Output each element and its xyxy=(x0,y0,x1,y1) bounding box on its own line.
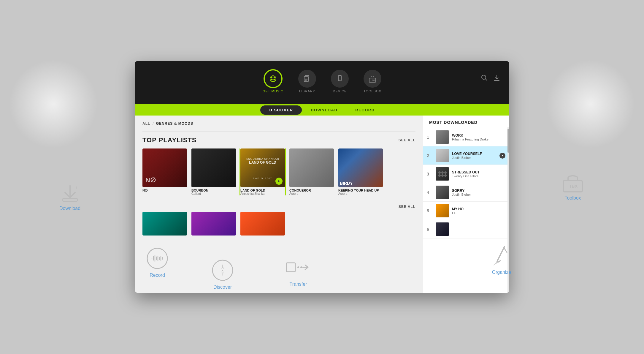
record-feature-label: Record xyxy=(150,273,165,278)
track-thumb-myho xyxy=(436,204,449,217)
track-num-3: 3 xyxy=(427,172,433,176)
playlist-art-bourbon xyxy=(191,148,236,187)
sub-nav: DISCOVER DOWNLOAD RECORD xyxy=(135,104,509,116)
feature-transfer[interactable]: Transfer xyxy=(285,255,312,287)
playlist-card-landofgold[interactable]: ANOUSHKA SHANKAR LAND OF GOLD RADIO EDIT… xyxy=(240,148,285,195)
top-playlists-title: TOP PLAYLISTS xyxy=(142,136,197,144)
track-title-work: WORK xyxy=(452,133,505,138)
track-title-loveyourself: LOVE YOURSELF xyxy=(452,152,499,156)
track-thumb-6 xyxy=(436,222,449,236)
track-item-sorry[interactable]: 4 SORRY Justin Bieber xyxy=(423,183,509,202)
scrollbar-thumb[interactable] xyxy=(507,129,509,153)
track-artist-work: Rihanna Featuring Drake xyxy=(452,138,505,141)
svg-point-34 xyxy=(222,270,223,271)
play-active-icon xyxy=(501,154,504,157)
download-button-top[interactable] xyxy=(494,75,500,82)
playlist-artist-conqueror: Aurora xyxy=(289,192,334,195)
track-thumb-sorry xyxy=(436,186,449,199)
track-list: 1 WORK Rihanna Featuring Drake 2 LOVE YO… xyxy=(423,128,509,238)
track-num-6: 6 xyxy=(427,227,433,232)
track-thumb-stressedout xyxy=(436,167,449,181)
main-content: ALL / GENRES & MOODS TOP PLAYLISTS SEE A… xyxy=(135,116,509,293)
transfer-icon xyxy=(285,255,312,279)
playlist-card-conqueror[interactable]: CONQUEROR Aurora xyxy=(289,148,334,195)
track-item-myho[interactable]: 5 MY HO Fl... xyxy=(423,202,509,220)
nav-item-library[interactable]: LIBRARY xyxy=(298,70,316,93)
playlist-art-no: N∅ xyxy=(142,148,187,187)
playlist-name-landofgold: LAND OF GOLD xyxy=(240,189,285,192)
feature-organize[interactable]: Organize xyxy=(490,244,513,275)
track-item-work[interactable]: 1 WORK Rihanna Featuring Drake xyxy=(423,128,509,146)
track-artist-sorry: Justin Bieber xyxy=(452,193,505,196)
get-music-label: GET MUSIC xyxy=(263,89,283,93)
toolbox-feature-label: Toolbox xyxy=(564,195,581,201)
sub-nav-discover[interactable]: DISCOVER xyxy=(260,105,302,115)
discover-icon xyxy=(211,258,234,282)
next-card-3[interactable] xyxy=(240,212,285,236)
playlist-card-birdy[interactable]: BIRDY KEEPING YOUR HEAD UP Aurora xyxy=(338,148,383,195)
svg-marker-35 xyxy=(221,264,224,269)
next-card-1[interactable] xyxy=(142,212,187,236)
section-divider xyxy=(142,200,415,200)
nav-item-device[interactable]: DEVICE xyxy=(331,70,349,93)
track-item-loveyourself[interactable]: 2 LOVE YOURSELF Justin Bieber xyxy=(423,146,509,165)
track-title-myho: MY HO xyxy=(452,207,505,211)
svg-rect-4 xyxy=(304,76,308,82)
playlist-name-conqueror: CONQUEROR xyxy=(289,189,334,192)
next-section-row xyxy=(142,212,415,236)
feature-toolbox[interactable]: TBX Toolbox xyxy=(561,172,585,201)
svg-point-24 xyxy=(147,248,167,268)
library-label: LIBRARY xyxy=(299,89,315,93)
sub-nav-download[interactable]: DOWNLOAD xyxy=(302,105,346,115)
nav-item-get-music[interactable]: GET MUSIC xyxy=(263,70,283,93)
track-item-6[interactable]: 6 xyxy=(423,220,509,238)
track-play-loveyourself[interactable] xyxy=(499,153,505,159)
breadcrumb-all[interactable]: ALL xyxy=(142,121,150,126)
next-section-see-all[interactable]: SEE ALL xyxy=(399,205,415,209)
feature-discover[interactable]: Discover xyxy=(211,258,234,290)
record-icon xyxy=(145,246,169,270)
svg-text:♪: ♪ xyxy=(75,185,78,191)
nav-item-toolbox[interactable]: TBX TOOLBOX xyxy=(364,70,381,93)
transfer-feature-label: Transfer xyxy=(290,282,307,287)
content-left: ALL / GENRES & MOODS TOP PLAYLISTS SEE A… xyxy=(135,116,423,293)
breadcrumb-current[interactable]: GENRES & MOODS xyxy=(156,121,193,126)
download-icon-svg: ♪ xyxy=(60,184,80,203)
radio-edit-label: RADIO EDIT xyxy=(253,177,272,180)
app-window: GET MUSIC LIBRARY xyxy=(135,61,509,293)
transfer-icon-svg xyxy=(285,255,312,279)
playlist-art-conqueror xyxy=(289,148,334,187)
feature-download[interactable]: ♪ Download xyxy=(59,184,80,211)
search-button[interactable] xyxy=(481,75,488,82)
top-playlists-header: TOP PLAYLISTS SEE ALL xyxy=(142,136,415,144)
feature-record[interactable]: Record xyxy=(145,246,169,278)
svg-line-42 xyxy=(504,248,507,252)
record-icon-svg xyxy=(145,246,169,270)
device-label: DEVICE xyxy=(333,89,347,93)
playlist-card-no[interactable]: N∅ N∅ xyxy=(142,148,187,195)
sub-nav-record[interactable]: RECORD xyxy=(346,105,383,115)
top-playlists-see-all[interactable]: SEE ALL xyxy=(399,138,415,142)
track-info-loveyourself: LOVE YOURSELF Justin Bieber xyxy=(452,152,499,159)
track-item-stressedout[interactable]: 3 STRESSED OUT xyxy=(423,165,509,183)
svg-text:TBX: TBX xyxy=(569,184,578,189)
playlist-artist-birdy: Aurora xyxy=(338,192,383,195)
playlist-art-birdy: BIRDY xyxy=(338,148,383,187)
top-right-icons xyxy=(481,75,500,82)
library-icon xyxy=(302,74,312,83)
svg-marker-18 xyxy=(502,155,503,157)
toolbox-nav-icon: TBX xyxy=(368,74,377,83)
download-feature-label: Download xyxy=(59,206,80,211)
download-top-icon xyxy=(494,75,500,81)
most-downloaded-header: MOST DOWNLOADED xyxy=(423,116,509,128)
playlist-artist-landofgold: Anoushka Shankar xyxy=(240,192,285,195)
svg-rect-37 xyxy=(286,263,295,272)
next-card-2[interactable] xyxy=(191,212,236,236)
organize-icon-svg xyxy=(490,244,513,267)
svg-text:TBX: TBX xyxy=(372,79,375,81)
play-button-landofgold[interactable] xyxy=(275,178,283,185)
playlist-art-landofgold: ANOUSHKA SHANKAR LAND OF GOLD RADIO EDIT xyxy=(240,148,285,187)
svg-marker-36 xyxy=(221,271,224,276)
headphones-icon xyxy=(268,74,278,83)
playlist-card-bourbon[interactable]: BOURBON Gallant xyxy=(191,148,236,195)
